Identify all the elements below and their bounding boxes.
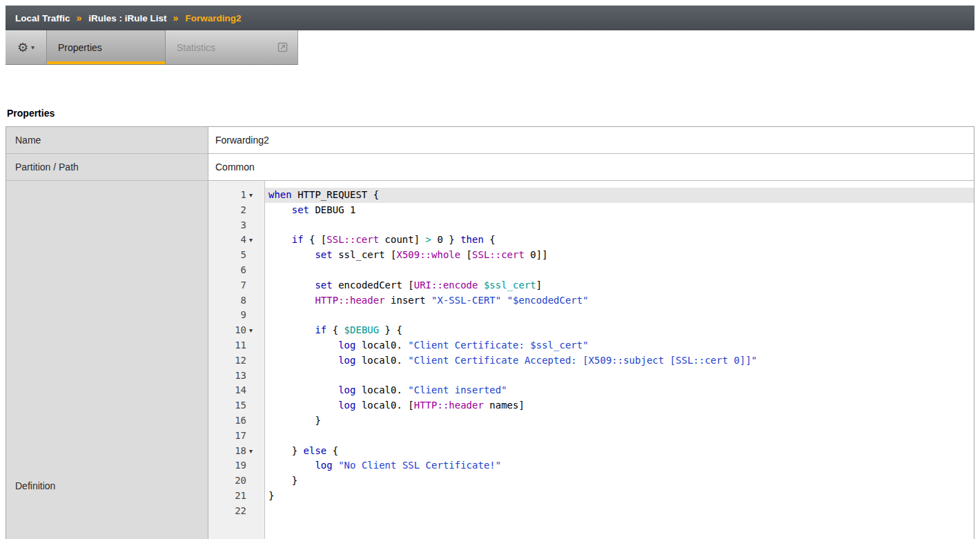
code-line-20[interactable]: } bbox=[265, 473, 974, 489]
code-token: } bbox=[268, 475, 297, 486]
line-number: 22 bbox=[235, 504, 246, 519]
breadcrumb-separator-icon: » bbox=[77, 12, 83, 23]
code-token: { bbox=[326, 445, 338, 456]
code-line-17[interactable] bbox=[265, 429, 974, 444]
code-line-10[interactable]: if { $DEBUG } { bbox=[265, 323, 974, 338]
code-token: ] bbox=[536, 280, 542, 291]
line-number: 17 bbox=[235, 429, 246, 444]
code-line-14[interactable]: log local0. "Client inserted" bbox=[265, 383, 974, 398]
line-number: 10 bbox=[235, 323, 246, 338]
gutter-line: 16 bbox=[208, 413, 264, 429]
code-token: HTTP::header bbox=[414, 400, 484, 411]
line-number: 16 bbox=[235, 413, 246, 429]
gutter-line: 10▾ bbox=[208, 323, 264, 338]
code-line-13[interactable] bbox=[265, 369, 974, 384]
code-token: "$encodedCert" bbox=[507, 295, 589, 306]
code-line-7[interactable]: set encodedCert [URI::encode $ssl_cert] bbox=[265, 278, 974, 293]
code-line-19[interactable]: log "No Client SSL Certificate!" bbox=[265, 458, 974, 473]
code-line-22[interactable] bbox=[265, 504, 974, 519]
code-token: { bbox=[326, 324, 344, 335]
code-line-18[interactable]: } else { bbox=[265, 444, 974, 459]
code-line-8[interactable]: HTTP::header insert "X-SSL-CERT" "$encod… bbox=[265, 293, 974, 308]
line-number: 14 bbox=[235, 383, 246, 398]
table-row-partition: Partition / Path Common bbox=[6, 154, 974, 181]
code-fold-icon[interactable]: ▾ bbox=[246, 323, 264, 338]
line-number: 13 bbox=[235, 369, 246, 384]
code-fold-icon[interactable]: ▾ bbox=[246, 233, 264, 248]
line-number: 9 bbox=[241, 308, 246, 323]
tab-statistics[interactable]: Statistics bbox=[166, 30, 297, 64]
code-token: then bbox=[460, 234, 484, 245]
code-fold-icon[interactable]: ▾ bbox=[246, 188, 264, 203]
popout-icon bbox=[277, 42, 288, 52]
line-number: 1 bbox=[241, 188, 246, 203]
code-line-4[interactable]: if { [SSL::cert count] > 0 } then { bbox=[265, 233, 974, 248]
irule-code-editor[interactable]: 1▾234▾5678910▾1112131415161718▾19202122 … bbox=[208, 181, 974, 539]
name-label: Name bbox=[6, 127, 208, 153]
code-line-21[interactable]: } bbox=[265, 489, 974, 504]
breadcrumb-irule-list[interactable]: iRules : iRule List bbox=[88, 13, 166, 23]
code-token: local0. [ bbox=[355, 400, 413, 411]
gear-icon: ⚙ bbox=[17, 41, 28, 54]
code-token: DEBUG 1 bbox=[309, 204, 355, 215]
code-token: "Client inserted" bbox=[408, 384, 507, 395]
gutter-line: 13 bbox=[208, 369, 264, 384]
tab-properties[interactable]: Properties bbox=[47, 30, 166, 64]
line-number: 19 bbox=[235, 458, 246, 473]
code-line-15[interactable]: log local0. [HTTP::header names] bbox=[265, 398, 974, 413]
code-token: { bbox=[484, 234, 496, 245]
code-token: $ssl_cert bbox=[484, 280, 536, 291]
breadcrumb-current-page: Forwarding2 bbox=[185, 13, 241, 23]
code-token bbox=[268, 384, 338, 395]
code-line-5[interactable]: set ssl_cert [X509::whole [SSL::cert 0]] bbox=[265, 248, 974, 263]
settings-menu-button[interactable]: ⚙ ▾ bbox=[6, 30, 47, 64]
code-line-16[interactable]: } bbox=[265, 413, 974, 429]
code-line-6[interactable] bbox=[265, 263, 974, 278]
definition-label: Definition bbox=[6, 181, 208, 539]
gutter-line: 20 bbox=[208, 473, 264, 489]
chevron-down-icon: ▾ bbox=[31, 43, 35, 51]
editor-gutter: 1▾234▾5678910▾1112131415161718▾19202122 bbox=[208, 181, 265, 539]
properties-table: Name Forwarding2 Partition / Path Common… bbox=[6, 126, 974, 539]
code-line-9[interactable] bbox=[265, 308, 974, 323]
table-row-definition: Definition 1▾234▾5678910▾111213141516171… bbox=[6, 181, 974, 539]
code-token: X509::whole bbox=[396, 249, 460, 260]
gutter-line: 11 bbox=[208, 338, 264, 353]
gutter-line: 22 bbox=[208, 504, 264, 519]
code-token bbox=[268, 295, 315, 306]
code-token: count] bbox=[379, 234, 425, 245]
code-token bbox=[268, 340, 338, 351]
definition-cell: 1▾234▾5678910▾1112131415161718▾19202122 … bbox=[208, 181, 974, 539]
line-number: 6 bbox=[241, 263, 246, 278]
code-token: insert bbox=[385, 295, 431, 306]
line-number: 20 bbox=[235, 473, 246, 489]
line-number: 11 bbox=[235, 338, 246, 353]
gutter-line: 19 bbox=[208, 458, 264, 473]
editor-code[interactable]: when HTTP_REQUEST { set DEBUG 1 if { [SS… bbox=[265, 181, 974, 539]
code-token bbox=[268, 324, 315, 335]
gutter-line: 7 bbox=[208, 278, 264, 293]
breadcrumb-local-traffic[interactable]: Local Traffic bbox=[15, 13, 70, 23]
code-line-3[interactable] bbox=[265, 218, 974, 233]
code-token: set bbox=[315, 280, 332, 291]
gutter-line: 5 bbox=[208, 248, 264, 263]
gutter-line: 8 bbox=[208, 293, 264, 308]
code-token: when bbox=[268, 189, 292, 200]
code-token: log bbox=[338, 400, 355, 411]
code-fold-icon[interactable]: ▾ bbox=[246, 444, 264, 459]
code-token: } { bbox=[379, 324, 402, 335]
code-token: } bbox=[268, 415, 321, 426]
code-token: "X-SSL-CERT" bbox=[431, 295, 501, 306]
code-token: "No Client SSL Certificate!" bbox=[338, 460, 501, 471]
code-token: set bbox=[292, 204, 309, 215]
tab-statistics-label: Statistics bbox=[177, 42, 215, 53]
code-token: log bbox=[338, 384, 355, 395]
gutter-line: 4▾ bbox=[208, 233, 264, 248]
code-line-11[interactable]: log local0. "Client Certificate: $ssl_ce… bbox=[265, 338, 974, 353]
code-token bbox=[478, 280, 483, 291]
code-line-12[interactable]: log local0. "Client Certificate Accepted… bbox=[265, 353, 974, 369]
code-token: "Client Certificate Accepted: [X509::sub… bbox=[408, 355, 757, 366]
code-token: { [ bbox=[304, 234, 327, 245]
code-line-1[interactable]: when HTTP_REQUEST { bbox=[265, 188, 974, 203]
code-line-2[interactable]: set DEBUG 1 bbox=[265, 203, 974, 218]
